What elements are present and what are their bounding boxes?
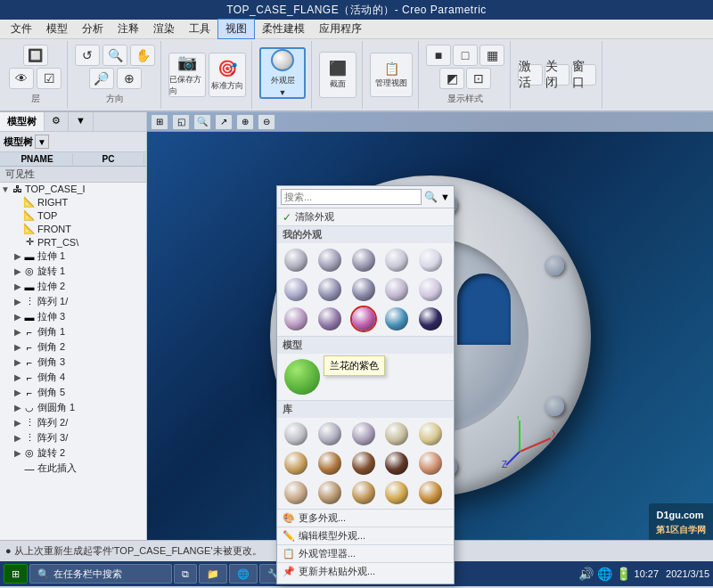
menu-annotation[interactable]: 注释 — [111, 20, 146, 38]
menu-file[interactable]: 文件 — [4, 20, 39, 38]
lib-sphere-5[interactable] — [283, 450, 309, 477]
popup-paste-btn[interactable]: 📌 更新并粘贴外观... — [277, 562, 454, 580]
display-style4-btn[interactable]: ◩ — [439, 68, 464, 89]
popup-more-btn[interactable]: 🎨 更多外观... — [277, 509, 454, 527]
display-style-btn[interactable]: ■ — [426, 45, 451, 66]
tab-filter[interactable]: ▼ — [69, 112, 94, 131]
lib-sphere-13[interactable] — [383, 479, 410, 506]
popup-manager-btn[interactable]: 📋 外观管理器... — [277, 544, 454, 562]
taskbar-start-btn[interactable]: ⊞ — [4, 564, 28, 584]
taskbar-sound-icon[interactable]: 🔊 — [578, 567, 594, 581]
my-sphere-4[interactable] — [417, 247, 444, 274]
tree-item-chamfer1[interactable]: ▶⌐倒角 1 — [0, 324, 146, 339]
tree-item-chamfer3[interactable]: ▶⌐倒角 3 — [0, 355, 146, 370]
activate-btn[interactable]: 激活 — [518, 64, 543, 86]
popup-search-input[interactable] — [281, 189, 422, 205]
my-sphere-13[interactable] — [383, 306, 410, 332]
taskbar-view-btn[interactable]: ⧉ — [174, 564, 197, 584]
taskbar-battery-icon[interactable]: 🔋 — [616, 567, 631, 581]
section-btn[interactable]: ⬛ 截面 — [319, 52, 356, 98]
taskbar-search-btn[interactable]: 🔍 在任务栏中搜索 — [29, 564, 172, 584]
manage-view-btn[interactable]: 📋 管理视图 — [370, 53, 413, 97]
menu-flex[interactable]: 柔性建模 — [255, 20, 312, 38]
model-tree[interactable]: ▼ 🖧 TOP_CASE_I 📐 RIGHT 📐 TOP — [0, 183, 146, 540]
tree-item-pattern1[interactable]: ▶ ⋮ 阵列 1/ — [0, 294, 146, 309]
lib-sphere-0[interactable] — [283, 421, 309, 447]
tab-model-tree[interactable]: 模型树 — [0, 112, 45, 131]
my-sphere-11[interactable] — [316, 306, 343, 332]
vp-btn-grid[interactable]: ⊞ — [151, 114, 168, 130]
tree-item-right[interactable]: 📐 RIGHT — [0, 195, 146, 208]
model-tree-menu-btn[interactable]: ▼ — [35, 135, 49, 149]
status-btn[interactable]: ☑ — [37, 68, 61, 89]
popup-expand-icon[interactable]: ▼ — [440, 192, 450, 202]
popup-clear-btn[interactable]: ✓ 清除外观 — [277, 208, 454, 225]
lib-sphere-14[interactable] — [417, 479, 444, 506]
tree-item-round1[interactable]: ▶◡倒圆角 1 — [0, 400, 146, 415]
tree-toggle-extrude1[interactable]: ▶ — [12, 251, 23, 261]
my-sphere-8[interactable] — [383, 276, 410, 303]
display-style3-btn[interactable]: ▦ — [479, 45, 504, 66]
menu-view[interactable]: 视图 — [217, 19, 255, 39]
lib-sphere-8[interactable] — [383, 450, 410, 477]
lib-sphere-9[interactable] — [417, 450, 444, 477]
my-sphere-7[interactable] — [350, 276, 377, 303]
window-btn[interactable]: 窗口 — [571, 64, 596, 86]
tree-toggle-root[interactable]: ▼ — [0, 184, 11, 194]
tree-item-pattern3[interactable]: ▶⋮阵列 3/ — [0, 430, 146, 445]
tree-item-front[interactable]: 📐 FRONT — [0, 222, 146, 235]
display-style5-btn[interactable]: ⊡ — [466, 68, 491, 89]
hide-btn[interactable]: 🔲 — [23, 45, 48, 66]
lib-sphere-12[interactable] — [350, 479, 377, 506]
tree-item-extrude3[interactable]: ▶ ▬ 拉伸 3 — [0, 309, 146, 324]
zoom-out-btn[interactable]: 🔎 — [89, 68, 114, 89]
lib-sphere-7[interactable] — [350, 450, 377, 477]
my-sphere-5[interactable] — [283, 276, 309, 303]
tree-item-insert-here[interactable]: —在此插入 — [0, 461, 146, 476]
menu-tools[interactable]: 工具 — [182, 20, 217, 38]
std-orient-btn[interactable]: 🎯 标准方向 — [209, 53, 246, 97]
my-sphere-6[interactable] — [316, 276, 343, 303]
vp-btn-restore[interactable]: ◱ — [172, 114, 190, 130]
lib-sphere-3[interactable] — [383, 421, 410, 447]
menu-analysis[interactable]: 分析 — [75, 20, 111, 38]
tree-item-pattern2[interactable]: ▶⋮阵列 2/ — [0, 415, 146, 430]
tab-search[interactable]: ⚙ — [45, 112, 69, 131]
menu-model[interactable]: 模型 — [39, 20, 75, 38]
tree-item-prtcs[interactable]: ✛ PRT_CS\ — [0, 235, 146, 249]
my-sphere-2[interactable] — [350, 247, 377, 274]
my-sphere-1[interactable] — [316, 247, 343, 274]
my-sphere-14[interactable] — [417, 306, 444, 332]
tree-item-extrude1[interactable]: ▶ ▬ 拉伸 1 — [0, 249, 146, 264]
pan-zoom-btn[interactable]: ⊕ — [117, 68, 142, 89]
my-sphere-0[interactable] — [283, 247, 309, 274]
my-sphere-9[interactable] — [417, 276, 444, 303]
lib-sphere-10[interactable] — [283, 479, 309, 506]
display-style2-btn[interactable]: □ — [453, 45, 478, 66]
lib-sphere-4[interactable] — [417, 421, 444, 447]
menu-apps[interactable]: 应用程序 — [312, 20, 369, 38]
popup-edit-model-btn[interactable]: ✏️ 编辑模型外观... — [277, 527, 454, 544]
saved-orient-btn[interactable]: 📷 已保存方向 — [168, 53, 206, 97]
vp-btn-zoomout[interactable]: ⊖ — [258, 114, 275, 130]
tree-item-top[interactable]: 📐 TOP — [0, 208, 146, 222]
vp-btn-zoom[interactable]: 🔍 — [193, 114, 211, 130]
pan-btn[interactable]: ✋ — [130, 45, 155, 66]
taskbar-file-btn[interactable]: 📁 — [199, 564, 227, 584]
lib-sphere-1[interactable] — [316, 421, 343, 447]
my-sphere-10[interactable] — [283, 306, 309, 332]
taskbar-browser-btn[interactable]: 🌐 — [229, 564, 258, 584]
lib-sphere-2[interactable] — [350, 421, 377, 447]
my-sphere-3[interactable] — [383, 247, 410, 274]
tree-item-chamfer4[interactable]: ▶⌐倒角 4 — [0, 370, 146, 385]
lib-sphere-6[interactable] — [316, 450, 343, 477]
show-btn[interactable]: 👁 — [9, 68, 34, 89]
model-sphere-green[interactable] — [283, 357, 322, 396]
zoom-in-btn[interactable]: 🔍 — [102, 45, 127, 66]
tree-item-revolve2[interactable]: ▶◎旋转 2 — [0, 445, 146, 461]
tree-item-chamfer5[interactable]: ▶⌐倒角 5 — [0, 385, 146, 400]
vp-btn-zoomin[interactable]: ⊕ — [236, 114, 254, 130]
taskbar-network-icon[interactable]: 🌐 — [597, 567, 612, 581]
menu-render[interactable]: 渲染 — [146, 20, 182, 38]
tree-item-revolve1[interactable]: ▶ ◎ 旋转 1 — [0, 264, 146, 279]
